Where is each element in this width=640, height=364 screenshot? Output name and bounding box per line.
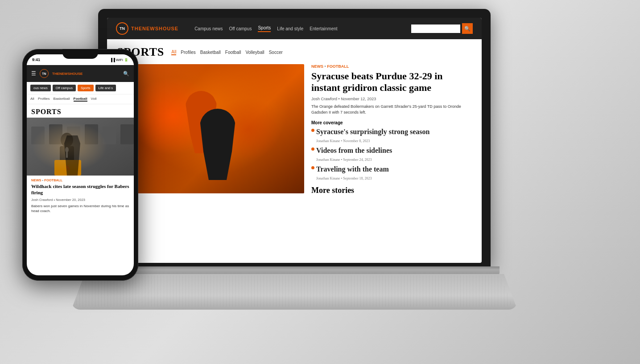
coverage-dot-icon-2 bbox=[311, 147, 314, 151]
svg-text:S: S bbox=[66, 164, 70, 172]
svg-rect-9 bbox=[60, 146, 74, 168]
main-story: NEWS • FOOTBALL Syracuse beats Purdue 32… bbox=[117, 64, 472, 195]
tab-profiles[interactable]: Profiles bbox=[181, 50, 195, 55]
svg-rect-6 bbox=[103, 127, 116, 144]
more-stories-title: More stories bbox=[311, 186, 472, 195]
phone-nav-pills: ous news Off campus Sports Life and s bbox=[27, 82, 134, 94]
phone-tab-basketball[interactable]: Basketball bbox=[54, 97, 70, 102]
phone-pill-campus[interactable]: ous news bbox=[30, 85, 51, 91]
tab-football[interactable]: Football bbox=[225, 50, 241, 55]
story-byline: Josh Crawford • November 12, 2023 bbox=[311, 97, 472, 101]
nav-search-area: 🔍 bbox=[411, 23, 473, 34]
coverage-link-1[interactable]: Syracuse's surprisingly strong season bbox=[316, 128, 429, 136]
tab-all[interactable]: All bbox=[171, 49, 176, 55]
story-headline[interactable]: Syracuse beats Purdue 32-29 in instant g… bbox=[311, 70, 472, 94]
main-story-image bbox=[117, 64, 304, 193]
story-description: The Orange defeated Boilermakers on Garr… bbox=[311, 104, 472, 116]
nav-life-style[interactable]: Life and style bbox=[277, 26, 303, 31]
phone-navigation: ☰ TN THENEWSHOUSE 🔍 bbox=[27, 65, 134, 82]
svg-rect-2 bbox=[31, 127, 45, 144]
svg-point-8 bbox=[61, 133, 73, 147]
site-content: SPORTS All Profiles Basketball Football … bbox=[107, 39, 482, 201]
laptop-screen: TN THENEWSHOUSE Campus news Off campus S… bbox=[107, 18, 482, 263]
svg-rect-1 bbox=[27, 118, 134, 176]
main-story-text: NEWS • FOOTBALL Syracuse beats Purdue 32… bbox=[311, 64, 472, 195]
phone-time: 9:41 bbox=[32, 57, 40, 62]
phone-pill-sports[interactable]: Sports bbox=[78, 85, 94, 91]
phone-story-headline[interactable]: Wildhack cites late season struggles for… bbox=[27, 183, 134, 198]
phone-hero-svg: S bbox=[27, 118, 134, 176]
nav-entertainment[interactable]: Entertainment bbox=[310, 26, 337, 31]
svg-rect-7 bbox=[120, 124, 134, 144]
phone-tab-voll[interactable]: Voll bbox=[91, 97, 97, 102]
coverage-dot-icon-3 bbox=[311, 166, 314, 169]
coverage-meta-2: Jonathan Kinane • September 24, 2023 bbox=[316, 158, 372, 162]
site-logo[interactable]: TN THENEWSHOUSE bbox=[116, 22, 178, 35]
phone-story-byline: Josh Crawford • November 20, 2023 bbox=[27, 198, 134, 204]
section-tabs: All Profiles Basketball Football Volleyb… bbox=[171, 49, 283, 55]
laptop-hinge bbox=[89, 266, 500, 274]
phone-hero-image: S bbox=[27, 118, 134, 176]
coverage-meta-3: Jonathan Kinane • September 18, 2023 bbox=[316, 176, 372, 180]
coverage-item-2: Videos from the sidelines Jonathan Kinan… bbox=[311, 147, 472, 163]
tab-soccer[interactable]: Soccer bbox=[269, 50, 283, 55]
phone-section-title: SPORTS bbox=[27, 104, 134, 118]
more-coverage-title: More coverage bbox=[311, 120, 472, 125]
phone-logo-circle-icon: TN bbox=[40, 69, 49, 78]
logo-circle-icon: TN bbox=[116, 22, 128, 35]
svg-rect-10 bbox=[54, 160, 81, 176]
phone-screen: 9:41 ▐▐ WiFi 🔋 ☰ TN THENEWSHOUSE 🔍 ous n… bbox=[27, 54, 134, 275]
phone-search-icon[interactable]: 🔍 bbox=[123, 71, 129, 77]
search-button[interactable]: 🔍 bbox=[462, 23, 473, 34]
svg-point-13 bbox=[65, 147, 69, 152]
nav-links: Campus news Off campus Sports Life and s… bbox=[194, 25, 402, 32]
svg-rect-3 bbox=[49, 124, 62, 144]
phone-logo-text: THENEWSHOUSE bbox=[52, 72, 120, 76]
svg-rect-12 bbox=[66, 150, 68, 158]
coverage-dot-icon bbox=[311, 129, 314, 132]
section-header: SPORTS All Profiles Basketball Football … bbox=[117, 45, 472, 59]
coverage-link-3[interactable]: Traveling with the team bbox=[316, 165, 389, 173]
nav-off-campus[interactable]: Off campus bbox=[229, 26, 252, 31]
coverage-link-2[interactable]: Videos from the sidelines bbox=[316, 147, 392, 155]
phone-device: 9:41 ▐▐ WiFi 🔋 ☰ TN THENEWSHOUSE 🔍 ous n… bbox=[22, 49, 138, 281]
phone-story-category: NEWS • FOOTBALL bbox=[27, 176, 134, 183]
phone-pill-offcampus[interactable]: Off campus bbox=[53, 85, 76, 91]
laptop-bezel: TN THENEWSHOUSE Campus news Off campus S… bbox=[98, 9, 491, 267]
phone-notch bbox=[62, 49, 98, 59]
phone-pill-life[interactable]: Life and s bbox=[95, 85, 116, 91]
nav-campus-news[interactable]: Campus news bbox=[194, 26, 223, 31]
laptop-keyboard bbox=[74, 275, 513, 307]
logo-text: THENEWSHOUSE bbox=[131, 26, 178, 31]
svg-rect-0 bbox=[27, 118, 134, 176]
coverage-item-1: Syracuse's surprisingly strong season Jo… bbox=[311, 128, 472, 144]
tab-basketball[interactable]: Basketball bbox=[200, 50, 221, 55]
nav-sports[interactable]: Sports bbox=[258, 25, 271, 32]
search-input[interactable] bbox=[411, 25, 460, 33]
phone-sub-tabs: All Profiles Basketball Football Voll bbox=[27, 94, 134, 104]
phone-tab-all[interactable]: All bbox=[30, 97, 34, 102]
phone-tab-profiles[interactable]: Profiles bbox=[38, 97, 50, 102]
phone-tab-football[interactable]: Football bbox=[74, 97, 87, 102]
phone-signal-icons: ▐▐ WiFi 🔋 bbox=[110, 58, 128, 62]
coverage-item-3: Traveling with the team Jonathan Kinane … bbox=[311, 165, 472, 181]
hamburger-icon[interactable]: ☰ bbox=[31, 70, 36, 77]
svg-rect-5 bbox=[85, 124, 98, 144]
site-navigation: TN THENEWSHOUSE Campus news Off campus S… bbox=[107, 18, 482, 39]
laptop-device: TN THENEWSHOUSE Campus news Off campus S… bbox=[98, 9, 500, 330]
coverage-meta-1: Jonathan Kinane • November 8, 2023 bbox=[316, 139, 370, 143]
tab-volleyball[interactable]: Volleyball bbox=[245, 50, 264, 55]
story-category: NEWS • FOOTBALL bbox=[311, 64, 472, 69]
svg-rect-4 bbox=[67, 127, 80, 144]
phone-story-description: Babers won just seven games in November … bbox=[27, 204, 134, 213]
